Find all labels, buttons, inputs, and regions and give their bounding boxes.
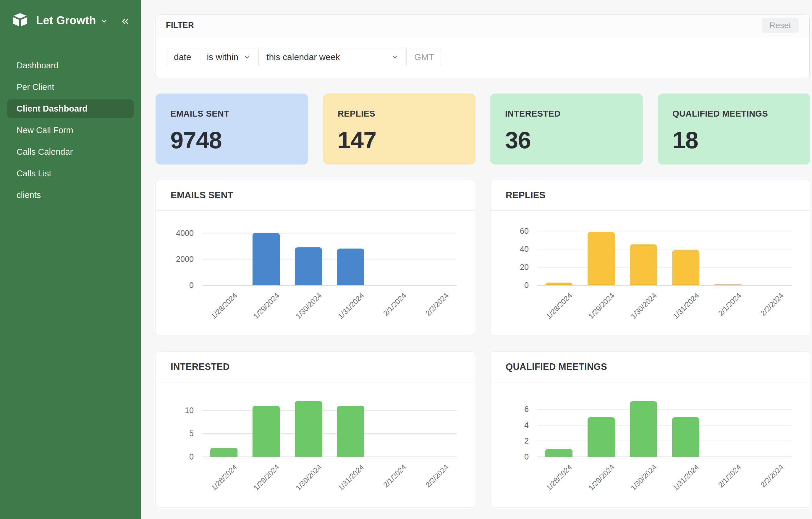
chart-card-interested: INTERESTED 05101/28/20241/29/20241/30/20… — [155, 351, 475, 508]
bar — [672, 417, 699, 457]
logo-icon — [11, 12, 29, 29]
bar — [672, 250, 699, 285]
filter-title: FILTER — [166, 21, 194, 30]
y-axis-tick-label: 0 — [158, 453, 194, 462]
gridline — [203, 457, 457, 457]
chart-title: EMAILS SENT — [171, 190, 233, 201]
x-axis-tick-label: 1/29/2024 — [237, 463, 281, 507]
plot-area: 05101/28/20241/29/20241/30/20241/31/2024… — [203, 392, 457, 457]
y-axis-tick-label: 4 — [493, 420, 529, 430]
x-axis-tick-label: 1/28/2024 — [530, 291, 574, 335]
y-axis-tick-label: 2000 — [158, 255, 194, 264]
chevron-down-icon[interactable] — [100, 17, 108, 26]
y-axis-tick-label: 0 — [158, 281, 194, 290]
bar — [545, 282, 573, 285]
y-axis-tick-label: 40 — [493, 244, 529, 253]
gridline — [538, 231, 791, 231]
chart-title: INTERESTED — [171, 362, 229, 372]
x-axis-tick-label: 2/2/2024 — [407, 463, 451, 507]
plot-area: 0200040001/28/20241/29/20241/30/20241/31… — [203, 220, 457, 285]
sidebar-item-calls-calendar[interactable]: Calls Calendar — [7, 143, 134, 161]
sidebar-item-label: clients — [17, 190, 41, 200]
y-axis-tick-label: 4000 — [158, 229, 194, 238]
kpi-value: 147 — [338, 129, 461, 152]
chart-header: INTERESTED — [156, 352, 475, 382]
y-axis-tick-label: 10 — [158, 406, 194, 415]
collapse-sidebar-icon[interactable]: « — [122, 14, 129, 27]
filter-body: date is within this calendar week GMT — [156, 36, 809, 78]
gridline — [203, 433, 457, 434]
filter-card: FILTER Reset date is within this calenda… — [155, 14, 810, 78]
bar — [295, 401, 322, 457]
sidebar-item-client-dashboard[interactable]: Client Dashboard — [7, 100, 134, 118]
kpi-row: EMAILS SENT 9748 REPLIES 147 INTERESTED … — [155, 93, 810, 165]
reset-button[interactable]: Reset — [762, 18, 799, 33]
chart-title: REPLIES — [506, 190, 546, 201]
filter-field-label: date — [174, 52, 191, 62]
bar — [210, 448, 237, 457]
kpi-card-qualified-meetings: QUALIFIED MEETINGS 18 — [658, 93, 810, 165]
kpi-card-replies: REPLIES 147 — [323, 93, 475, 165]
chart-header: EMAILS SENT — [156, 180, 475, 211]
y-axis-tick-label: 6 — [493, 405, 529, 414]
kpi-label: EMAILS SENT — [170, 109, 293, 119]
chart-title: QUALIFIED MEETINGS — [506, 362, 607, 372]
gridline — [538, 441, 791, 441]
chevron-down-icon — [244, 53, 251, 63]
sidebar-nav: Dashboard Per Client Client Dashboard Ne… — [0, 56, 141, 204]
sidebar-item-label: Calls Calendar — [17, 147, 73, 157]
filter-value-select[interactable]: this calendar week — [258, 48, 406, 66]
workspace-title[interactable]: Let Growth — [36, 14, 96, 27]
x-axis-tick-label: 2/1/2024 — [364, 291, 408, 335]
gridline — [538, 249, 791, 249]
x-axis-tick-label: 2/1/2024 — [699, 291, 743, 335]
chart-body: 02040601/28/20241/29/20241/30/20241/31/2… — [491, 211, 810, 335]
kpi-value: 18 — [672, 129, 795, 152]
chevron-down-icon — [392, 53, 399, 63]
x-axis-tick-label: 1/30/2024 — [615, 291, 659, 335]
filter-value-label: this calendar week — [266, 52, 340, 62]
x-axis-tick-label: 1/28/2024 — [195, 291, 239, 335]
filter-timezone-label: GMT — [406, 48, 442, 66]
sidebar-item-clients[interactable]: clients — [7, 186, 134, 204]
x-axis-tick-label: 1/28/2024 — [195, 463, 239, 507]
x-axis-tick-label: 1/31/2024 — [657, 463, 701, 507]
x-axis-tick-label: 2/1/2024 — [699, 463, 743, 507]
chart-card-qualified-meetings: QUALIFIED MEETINGS 02461/28/20241/29/202… — [491, 351, 810, 508]
chart-card-emails-sent: EMAILS SENT 0200040001/28/20241/29/20241… — [155, 180, 475, 336]
kpi-card-interested: INTERESTED 36 — [490, 93, 643, 165]
bar — [715, 284, 742, 285]
chart-header: QUALIFIED MEETINGS — [491, 352, 810, 382]
filter-field-segment[interactable]: date — [166, 48, 199, 66]
bar — [337, 406, 364, 457]
x-axis-tick-label: 2/2/2024 — [742, 463, 785, 507]
bar — [295, 247, 322, 285]
x-axis-tick-label: 1/29/2024 — [237, 291, 281, 335]
bar — [630, 401, 657, 457]
plot-area: 02461/28/20241/29/20241/30/20241/31/2024… — [538, 392, 791, 457]
sidebar-item-per-client[interactable]: Per Client — [7, 78, 134, 96]
sidebar-item-label: Dashboard — [17, 61, 59, 71]
sidebar-item-calls-list[interactable]: Calls List — [7, 164, 134, 183]
x-axis-tick-label: 2/2/2024 — [407, 291, 451, 335]
bar — [545, 449, 573, 457]
x-axis-tick-label: 1/31/2024 — [322, 463, 366, 507]
gridline — [203, 233, 457, 234]
logo-row: Let Growth « — [0, 0, 141, 29]
y-axis-tick-label: 20 — [493, 263, 529, 272]
sidebar-item-dashboard[interactable]: Dashboard — [7, 56, 134, 75]
charts-grid: EMAILS SENT 0200040001/28/20241/29/20241… — [155, 180, 810, 508]
y-axis-tick-label: 0 — [493, 281, 529, 290]
gridline — [538, 285, 791, 285]
y-axis-tick-label: 60 — [493, 226, 529, 236]
bar — [253, 406, 280, 457]
y-axis-tick-label: 0 — [493, 453, 529, 462]
filter-operator-select[interactable]: is within — [199, 48, 258, 66]
main-content: FILTER Reset date is within this calenda… — [141, 0, 812, 508]
x-axis-tick-label: 1/28/2024 — [530, 463, 574, 507]
filter-header: FILTER Reset — [156, 15, 809, 36]
chart-body: 02461/28/20241/29/20241/30/20241/31/2024… — [491, 382, 810, 507]
sidebar-item-new-call-form[interactable]: New Call Form — [7, 121, 134, 139]
x-axis-tick-label: 1/31/2024 — [657, 291, 701, 335]
filter-operator-label: is within — [207, 52, 238, 62]
